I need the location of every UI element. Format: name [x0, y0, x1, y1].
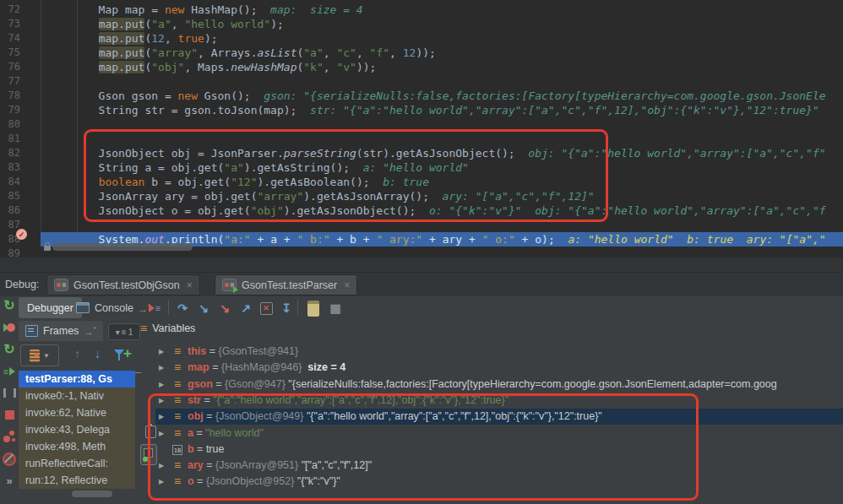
frames-horizontal-scrollbar[interactable] — [72, 490, 112, 497]
previous-frame-button[interactable]: ↑ — [74, 347, 80, 360]
force-step-into-button[interactable]: ↘ — [215, 299, 234, 317]
frame-row[interactable]: runReflectiveCall: — [19, 455, 135, 472]
expand-arrow-icon[interactable]: ▶ — [159, 344, 169, 360]
ide-window: 72 Map map = new HashMap(); map: size = … — [0, 0, 843, 504]
line-number[interactable]: 81 — [0, 132, 20, 146]
variable-row[interactable]: ▶≡this = {GsonTest@941} — [155, 344, 843, 360]
line-number[interactable]: 79 — [0, 103, 20, 117]
line-number[interactable]: 83 — [0, 160, 20, 175]
variable-text: ary = {JsonArray@951} "["a","c","f",12]" — [188, 458, 372, 474]
frames-panel-tab[interactable]: Frames →* — [19, 321, 103, 341]
variables-view-settings-button[interactable] — [140, 444, 157, 465]
variable-row[interactable]: 10b = true — [155, 442, 843, 458]
drop-frame-button[interactable]: ✕ — [257, 299, 275, 317]
add-watch-button[interactable]: + — [123, 345, 132, 362]
line-number[interactable]: 74 — [0, 31, 20, 46]
thread-lines-icon: ≡ — [122, 328, 127, 337]
object-value-icon: ≡ — [171, 474, 184, 490]
threads-dropdown[interactable]: ▾ ≡ 1 — [108, 323, 140, 340]
variable-text: str = "{"a":"hello world","array":["a","… — [188, 393, 509, 409]
close-icon[interactable]: × — [344, 279, 350, 291]
code-editor[interactable]: 72 Map map = new HashMap(); map: size = … — [0, 0, 843, 257]
expand-arrow-icon[interactable]: ▶ — [159, 393, 169, 409]
line-number[interactable]: 89 — [0, 247, 20, 257]
rerun-button[interactable]: ↻ — [2, 298, 17, 312]
variable-row[interactable]: ▶≡ary = {JsonArray@951} "["a","c","f",12… — [155, 458, 843, 474]
debug-toolbar-row: Debugger Console →* ≡ ↷ ↘ ↘ ↗ ✕ ↧ ▦ — [0, 296, 843, 320]
variable-row[interactable]: ▶≡obj = {JsonObject@949} "{"a":"hello wo… — [155, 409, 843, 425]
remove-watch-button[interactable]: − — [134, 366, 141, 379]
debug-tab-row: Debug: GsonTest.testObjGson × GsonTest.t… — [0, 273, 843, 296]
debug-window-label: Debug: — [5, 279, 39, 290]
line-number[interactable]: 84 — [0, 175, 20, 189]
panel-divider — [0, 257, 843, 272]
resume-play-icon — [9, 367, 15, 376]
test-session-icon — [54, 279, 68, 291]
variable-row[interactable]: ▶≡a = "hello world" — [155, 425, 843, 442]
line-number[interactable]: 82 — [0, 146, 20, 160]
expand-arrow-icon[interactable]: ▶ — [159, 409, 169, 425]
run-to-cursor-button[interactable]: ↧ — [277, 299, 296, 317]
close-icon[interactable]: × — [187, 279, 193, 291]
resume-program-button[interactable]: ≡ — [2, 364, 17, 378]
pause-program-button[interactable] — [2, 386, 17, 400]
frame-row[interactable]: invoke:498, Meth — [19, 438, 135, 455]
variable-row[interactable]: ▶≡map = {HashMap@946} size = 4 — [155, 360, 843, 376]
frame-row[interactable]: invoke:43, Delega — [19, 421, 135, 438]
step-into-button[interactable]: ↘ — [194, 299, 213, 317]
line-number[interactable]: 77 — [0, 74, 20, 89]
evaluate-expression-button[interactable] — [304, 299, 323, 317]
code-line: 86 JsonObject o = obj.get("obj").getAsJs… — [0, 203, 843, 218]
show-execution-point-button[interactable]: ≡ — [145, 299, 164, 317]
expand-arrow-icon[interactable]: ▶ — [159, 458, 169, 474]
pin-icon: →* — [84, 325, 95, 337]
line-number[interactable]: 86 — [0, 203, 20, 218]
object-value-icon: ≡ — [171, 425, 184, 442]
drop-frame-icon: ✕ — [260, 302, 273, 315]
next-frame-button[interactable]: ↓ — [95, 347, 101, 360]
expand-arrow-icon[interactable]: ▶ — [159, 360, 169, 376]
step-out-button[interactable]: ↗ — [237, 299, 255, 317]
frame-row[interactable]: invoke0:-1, Nativ — [19, 387, 135, 404]
variable-row[interactable]: ▶≡str = "{"a":"hello world","array":["a"… — [155, 393, 843, 409]
line-number[interactable]: 80 — [0, 117, 20, 132]
more-actions-button[interactable]: » — [2, 474, 17, 488]
expand-arrow-icon[interactable]: ▶ — [159, 377, 169, 393]
layout-settings-button[interactable]: ▦ — [326, 299, 345, 317]
stop-button[interactable] — [2, 408, 17, 422]
variable-row[interactable]: ▶≡gson = {Gson@947} "{serializeNulls:fal… — [155, 377, 843, 393]
code-line: 78 Gson gson = new Gson(); gson: "{seria… — [0, 89, 843, 103]
restart-activity-button[interactable]: ↻ — [2, 342, 17, 356]
session-tab-testparser[interactable]: GsonTest.testParser × — [215, 274, 357, 295]
frames-list: testParser:88, Gsinvoke0:-1, Nativinvoke… — [19, 371, 135, 504]
line-number[interactable]: 78 — [0, 89, 20, 103]
view-breakpoints-button[interactable] — [2, 430, 17, 444]
thread-selector-combo[interactable]: ▼ — [20, 344, 59, 366]
expand-arrow-icon[interactable]: ▶ — [159, 474, 169, 490]
frame-row[interactable]: testParser:88, Gs — [19, 371, 135, 387]
editor-horizontal-scrollbar[interactable] — [52, 243, 193, 251]
code-line: 74 map.put(12, true); — [0, 31, 843, 46]
rerun-failed-tests-button[interactable] — [2, 320, 17, 334]
lock-icon — [44, 246, 51, 251]
line-number[interactable]: 85 — [0, 189, 20, 203]
frame-row[interactable]: invoke:62, Native — [19, 404, 135, 421]
line-number[interactable]: 73 — [0, 17, 20, 31]
variable-row[interactable]: ▶≡o = {JsonObject@952} "{"k":"v"}" — [155, 474, 843, 490]
code-line: 82 JsonObject obj = JsonParser.parseStri… — [0, 146, 843, 160]
mute-breakpoints-icon — [3, 453, 16, 466]
breakpoint-icon[interactable]: ✓ — [16, 229, 27, 240]
session-tab-testobjgson[interactable]: GsonTest.testObjGson × — [46, 274, 200, 295]
step-over-button[interactable]: ↷ — [173, 299, 192, 317]
toolbar-separator — [297, 300, 298, 315]
frame-row[interactable]: run:12, Reflective — [19, 472, 135, 489]
expand-arrow-icon[interactable]: ▶ — [159, 425, 169, 442]
variable-text: a = "hello world" — [188, 425, 264, 442]
variables-icon: ≡ — [140, 323, 147, 333]
line-number[interactable]: 75 — [0, 46, 20, 60]
object-value-icon: ≡ — [171, 360, 184, 376]
line-number[interactable]: 76 — [0, 60, 20, 74]
chevron-down-icon: ▼ — [43, 352, 50, 360]
line-number[interactable]: 72 — [0, 3, 20, 17]
mute-breakpoints-button[interactable] — [2, 452, 17, 466]
